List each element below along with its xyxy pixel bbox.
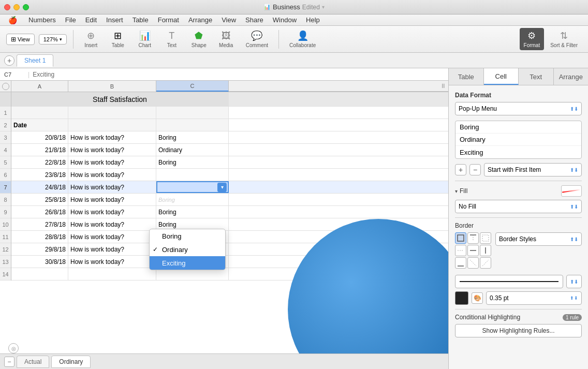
cell-12b[interactable]: How is work today? — [68, 243, 156, 255]
cell-9b[interactable]: How is work today? — [68, 206, 156, 218]
cell-9a[interactable]: 26/8/18 — [11, 206, 68, 218]
cell-6a[interactable]: 23/8/18 — [11, 169, 68, 181]
cell-10a[interactable]: 27/8/18 — [11, 218, 68, 230]
bottom-tab-ordinary[interactable]: Ordinary — [51, 356, 91, 368]
panel-tab-table[interactable]: Table — [449, 68, 484, 85]
shape-button[interactable]: ⬟ Shape — [187, 28, 211, 50]
cell-11b[interactable]: How is work today? — [68, 231, 156, 243]
menu-edit[interactable]: Edit — [81, 15, 101, 25]
cell-14b[interactable] — [68, 268, 156, 280]
cell-6b[interactable]: How is work today? — [68, 169, 156, 181]
menu-format[interactable]: Format — [154, 15, 183, 25]
fill-type-select[interactable]: No Fill ⬆⬇ — [455, 200, 582, 213]
start-with-select[interactable]: Start with First Item ⬆⬇ — [484, 163, 582, 176]
text-button[interactable]: T Text — [160, 28, 183, 50]
minimize-button[interactable] — [13, 4, 20, 10]
border-cell-br[interactable] — [480, 257, 491, 269]
cell-1a[interactable] — [11, 107, 68, 119]
cell-1b[interactable] — [68, 107, 156, 119]
format-button[interactable]: ⚙ Format — [520, 28, 545, 50]
cell-6c[interactable] — [156, 169, 229, 181]
cell-3a[interactable]: 20/8/18 — [11, 131, 68, 143]
close-button[interactable] — [4, 4, 10, 10]
menu-file[interactable]: File — [61, 15, 80, 25]
fill-expand-icon[interactable]: ▾ — [455, 188, 458, 194]
menu-arrange[interactable]: Arrange — [184, 15, 216, 25]
dropdown-item-exciting[interactable]: Exciting — [150, 256, 225, 270]
cell-11a[interactable]: 28/8/18 — [11, 231, 68, 243]
media-button[interactable]: 🖼 Media — [215, 28, 238, 50]
col-header-c[interactable]: C — [156, 81, 229, 92]
border-cell-bl[interactable] — [455, 257, 466, 269]
cell-2b[interactable] — [68, 119, 156, 131]
show-rules-button[interactable]: Show Highlighting Rules... — [455, 324, 582, 337]
menu-help[interactable]: Help — [302, 15, 324, 25]
border-cell-tl[interactable] — [455, 232, 466, 244]
bottom-tab-actual[interactable]: Actual — [17, 356, 49, 368]
cell-4c[interactable]: Ordinary — [156, 144, 229, 156]
traffic-lights[interactable] — [4, 4, 29, 10]
cell-2a[interactable]: Date — [11, 119, 68, 131]
data-format-select[interactable]: Pop-Up Menu ⬆⬇ — [455, 102, 582, 115]
cell-5b[interactable]: How is work today? — [68, 156, 156, 168]
border-cell-tr[interactable] — [480, 232, 491, 244]
cell-7a[interactable]: 24/8/18 — [11, 181, 68, 193]
border-cell-ml[interactable] — [455, 245, 466, 256]
menu-numbers[interactable]: Numbers — [24, 15, 60, 25]
cell-2c[interactable] — [156, 119, 229, 131]
cell-3c[interactable]: Boring — [156, 131, 229, 143]
border-width-input[interactable]: 0.35 pt ⬆⬇ — [486, 291, 582, 305]
popup-item-ordinary[interactable]: Ordinary — [455, 134, 581, 146]
cell-14a[interactable] — [11, 268, 68, 280]
border-width-stepper[interactable]: ⬆⬇ — [570, 296, 578, 301]
cell-3b[interactable]: How is work today? — [68, 131, 156, 143]
border-cell-tm[interactable] — [467, 232, 479, 244]
cell-13b[interactable]: How is work today? — [68, 256, 156, 268]
cell-1c[interactable] — [156, 107, 229, 119]
panel-tab-arrange[interactable]: Arrange — [554, 68, 589, 85]
apple-menu[interactable]: 🍎 — [4, 15, 21, 25]
border-cell-bm[interactable] — [467, 257, 479, 269]
border-cell-mm[interactable] — [467, 245, 479, 256]
col-header-a[interactable]: A — [11, 81, 68, 92]
menu-insert[interactable]: Insert — [102, 15, 127, 25]
border-line-arrow[interactable]: ⬆⬇ — [566, 275, 582, 288]
table-button[interactable]: ⊞ Table — [107, 28, 129, 50]
cell-13a[interactable]: 30/8/18 — [11, 256, 68, 268]
sheet-tab-1[interactable]: Sheet 1 — [17, 54, 53, 67]
col-resize-handle[interactable]: ⏸ — [440, 82, 446, 90]
cell-12a[interactable]: 29/8/18 — [11, 243, 68, 255]
dropdown-item-ordinary[interactable]: ✓ Ordinary — [150, 243, 225, 256]
col-header-b[interactable]: B — [68, 81, 156, 92]
remove-item-button[interactable]: − — [469, 164, 481, 175]
cell-4a[interactable]: 21/8/18 — [11, 144, 68, 156]
dropdown-item-boring[interactable]: Boring — [150, 229, 225, 243]
menu-view[interactable]: View — [217, 15, 240, 25]
add-item-button[interactable]: + — [455, 164, 466, 175]
cell-5c[interactable]: Boring — [156, 156, 229, 168]
collaborate-button[interactable]: 👤 Collaborate — [285, 28, 320, 50]
comment-button[interactable]: 💬 Comment — [242, 28, 272, 50]
cell-5a[interactable]: 22/8/18 — [11, 156, 68, 168]
dropdown-arrow-icon[interactable]: ▾ — [217, 183, 227, 192]
zoom-control[interactable]: 127% ▾ — [39, 34, 67, 45]
panel-tab-text[interactable]: Text — [519, 68, 554, 85]
cell-8c[interactable]: Boring — [156, 194, 229, 205]
maximize-button[interactable] — [23, 4, 29, 10]
view-button[interactable]: ⊞ View — [6, 34, 35, 45]
cell-8b[interactable]: How is work today? — [68, 194, 156, 205]
border-style-select[interactable]: Border Styles ⬆⬇ — [495, 232, 582, 246]
minus-sheet-button[interactable]: − — [4, 357, 14, 367]
border-cell-mr[interactable] — [480, 245, 491, 256]
cell-8a[interactable]: 25/8/18 — [11, 194, 68, 205]
color-wheel-button[interactable]: 🎨 — [472, 292, 483, 304]
add-sheet-button[interactable]: + — [4, 55, 14, 66]
cell-7b[interactable]: How is work today? — [68, 181, 156, 193]
panel-tab-cell[interactable]: Cell — [484, 68, 519, 85]
sort-filter-button[interactable]: ⇅ Sort & Filter — [546, 28, 582, 50]
insert-button[interactable]: ⊕ Insert — [80, 28, 102, 50]
popup-item-boring[interactable]: Boring — [455, 121, 581, 134]
cell-10b[interactable]: How is work today? — [68, 218, 156, 230]
resize-handle[interactable]: ◎ — [8, 343, 19, 353]
border-color-swatch[interactable] — [455, 291, 468, 305]
